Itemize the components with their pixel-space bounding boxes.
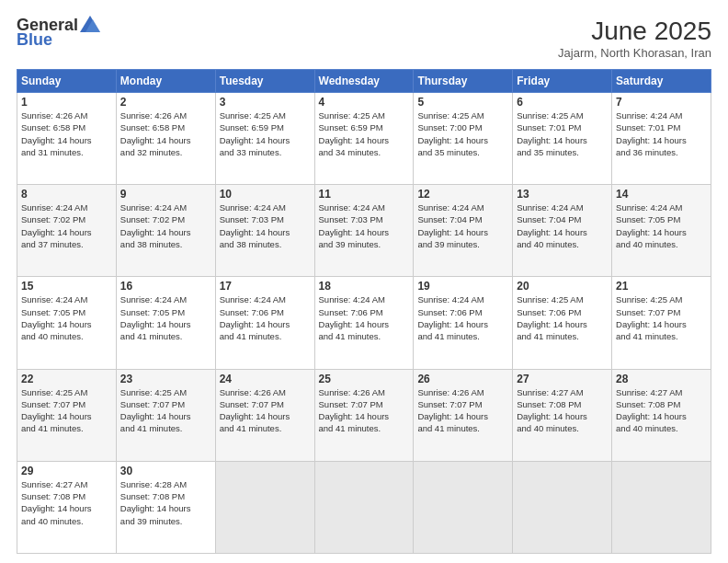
calendar-day-23: 23Sunrise: 4:25 AMSunset: 7:07 PMDayligh… bbox=[116, 369, 215, 461]
calendar-week-2: 8Sunrise: 4:24 AMSunset: 7:02 PMDaylight… bbox=[17, 185, 711, 277]
day-info: Sunrise: 4:28 AMSunset: 7:08 PMDaylight:… bbox=[120, 478, 211, 527]
calendar-day-7: 7Sunrise: 4:24 AMSunset: 7:01 PMDaylight… bbox=[612, 93, 711, 185]
day-info: Sunrise: 4:26 AMSunset: 6:58 PMDaylight:… bbox=[21, 109, 112, 158]
page: General Blue June 2025 Jajarm, North Kho… bbox=[0, 0, 728, 563]
calendar-day-25: 25Sunrise: 4:26 AMSunset: 7:07 PMDayligh… bbox=[314, 369, 414, 461]
weekday-header-wednesday: Wednesday bbox=[314, 70, 414, 93]
day-info: Sunrise: 4:24 AMSunset: 7:04 PMDaylight:… bbox=[517, 201, 608, 250]
weekday-header-saturday: Saturday bbox=[612, 70, 711, 93]
day-number: 12 bbox=[417, 188, 508, 201]
day-info: Sunrise: 4:26 AMSunset: 7:07 PMDaylight:… bbox=[319, 386, 410, 435]
calendar-day-29: 29Sunrise: 4:27 AMSunset: 7:08 PMDayligh… bbox=[17, 461, 117, 553]
calendar-day-empty bbox=[612, 461, 711, 553]
day-number: 8 bbox=[21, 188, 112, 201]
logo-icon bbox=[80, 16, 100, 32]
calendar-day-2: 2Sunrise: 4:26 AMSunset: 6:58 PMDaylight… bbox=[116, 93, 215, 185]
day-info: Sunrise: 4:24 AMSunset: 7:02 PMDaylight:… bbox=[21, 201, 112, 250]
day-number: 30 bbox=[120, 465, 211, 477]
location: Jajarm, North Khorasan, Iran bbox=[558, 46, 711, 60]
calendar-header-row: SundayMondayTuesdayWednesdayThursdayFrid… bbox=[17, 70, 711, 93]
day-info: Sunrise: 4:26 AMSunset: 7:07 PMDaylight:… bbox=[417, 386, 508, 435]
day-number: 3 bbox=[220, 96, 311, 109]
calendar-week-4: 22Sunrise: 4:25 AMSunset: 7:07 PMDayligh… bbox=[17, 369, 711, 461]
day-number: 24 bbox=[220, 373, 311, 385]
day-number: 2 bbox=[120, 96, 211, 109]
calendar-day-13: 13Sunrise: 4:24 AMSunset: 7:04 PMDayligh… bbox=[513, 185, 612, 277]
day-number: 22 bbox=[21, 373, 112, 385]
weekday-header-monday: Monday bbox=[116, 70, 215, 93]
day-number: 9 bbox=[120, 188, 211, 201]
calendar-day-9: 9Sunrise: 4:24 AMSunset: 7:02 PMDaylight… bbox=[116, 185, 215, 277]
day-info: Sunrise: 4:25 AMSunset: 7:07 PMDaylight:… bbox=[21, 386, 112, 435]
calendar-day-26: 26Sunrise: 4:26 AMSunset: 7:07 PMDayligh… bbox=[414, 369, 513, 461]
day-info: Sunrise: 4:24 AMSunset: 7:01 PMDaylight:… bbox=[616, 109, 707, 158]
calendar-day-empty bbox=[513, 461, 612, 553]
day-number: 17 bbox=[220, 280, 311, 293]
day-number: 10 bbox=[220, 188, 311, 201]
day-info: Sunrise: 4:25 AMSunset: 7:07 PMDaylight:… bbox=[616, 293, 707, 342]
day-number: 1 bbox=[21, 96, 112, 109]
day-info: Sunrise: 4:24 AMSunset: 7:03 PMDaylight:… bbox=[220, 201, 311, 250]
calendar-week-3: 15Sunrise: 4:24 AMSunset: 7:05 PMDayligh… bbox=[17, 277, 711, 369]
day-info: Sunrise: 4:24 AMSunset: 7:05 PMDaylight:… bbox=[21, 293, 112, 342]
day-number: 13 bbox=[517, 188, 608, 201]
day-info: Sunrise: 4:27 AMSunset: 7:08 PMDaylight:… bbox=[616, 386, 707, 435]
calendar-day-8: 8Sunrise: 4:24 AMSunset: 7:02 PMDaylight… bbox=[17, 185, 117, 277]
day-info: Sunrise: 4:24 AMSunset: 7:06 PMDaylight:… bbox=[220, 293, 311, 342]
day-info: Sunrise: 4:25 AMSunset: 7:01 PMDaylight:… bbox=[517, 109, 608, 158]
calendar-day-17: 17Sunrise: 4:24 AMSunset: 7:06 PMDayligh… bbox=[215, 277, 314, 369]
day-info: Sunrise: 4:27 AMSunset: 7:08 PMDaylight:… bbox=[21, 478, 112, 527]
day-number: 7 bbox=[616, 96, 707, 109]
weekday-header-friday: Friday bbox=[513, 70, 612, 93]
calendar-day-14: 14Sunrise: 4:24 AMSunset: 7:05 PMDayligh… bbox=[612, 185, 711, 277]
calendar-day-empty bbox=[314, 461, 414, 553]
calendar-day-16: 16Sunrise: 4:24 AMSunset: 7:05 PMDayligh… bbox=[116, 277, 215, 369]
weekday-header-sunday: Sunday bbox=[17, 70, 117, 93]
weekday-header-thursday: Thursday bbox=[414, 70, 513, 93]
day-info: Sunrise: 4:24 AMSunset: 7:06 PMDaylight:… bbox=[319, 293, 410, 342]
day-number: 14 bbox=[616, 188, 707, 201]
day-number: 4 bbox=[319, 96, 410, 109]
calendar-day-1: 1Sunrise: 4:26 AMSunset: 6:58 PMDaylight… bbox=[17, 93, 117, 185]
calendar-day-20: 20Sunrise: 4:25 AMSunset: 7:06 PMDayligh… bbox=[513, 277, 612, 369]
day-number: 19 bbox=[417, 280, 508, 293]
calendar-day-18: 18Sunrise: 4:24 AMSunset: 7:06 PMDayligh… bbox=[314, 277, 414, 369]
month-year: June 2025 bbox=[558, 17, 711, 46]
day-number: 21 bbox=[616, 280, 707, 293]
day-info: Sunrise: 4:25 AMSunset: 7:07 PMDaylight:… bbox=[120, 386, 211, 435]
day-info: Sunrise: 4:24 AMSunset: 7:03 PMDaylight:… bbox=[319, 201, 410, 250]
calendar-day-10: 10Sunrise: 4:24 AMSunset: 7:03 PMDayligh… bbox=[215, 185, 314, 277]
calendar-day-28: 28Sunrise: 4:27 AMSunset: 7:08 PMDayligh… bbox=[612, 369, 711, 461]
calendar-day-27: 27Sunrise: 4:27 AMSunset: 7:08 PMDayligh… bbox=[513, 369, 612, 461]
calendar-day-6: 6Sunrise: 4:25 AMSunset: 7:01 PMDaylight… bbox=[513, 93, 612, 185]
day-number: 26 bbox=[417, 373, 508, 385]
day-number: 27 bbox=[517, 373, 608, 385]
day-info: Sunrise: 4:24 AMSunset: 7:06 PMDaylight:… bbox=[417, 293, 508, 342]
calendar-day-15: 15Sunrise: 4:24 AMSunset: 7:05 PMDayligh… bbox=[17, 277, 117, 369]
day-number: 18 bbox=[319, 280, 410, 293]
calendar-day-3: 3Sunrise: 4:25 AMSunset: 6:59 PMDaylight… bbox=[215, 93, 314, 185]
day-number: 23 bbox=[120, 373, 211, 385]
day-info: Sunrise: 4:27 AMSunset: 7:08 PMDaylight:… bbox=[517, 386, 608, 435]
day-info: Sunrise: 4:25 AMSunset: 7:00 PMDaylight:… bbox=[417, 109, 508, 158]
day-info: Sunrise: 4:26 AMSunset: 7:07 PMDaylight:… bbox=[220, 386, 311, 435]
logo-blue-text: Blue bbox=[17, 31, 52, 48]
day-number: 6 bbox=[517, 96, 608, 109]
calendar-table: SundayMondayTuesdayWednesdayThursdayFrid… bbox=[17, 69, 711, 554]
day-info: Sunrise: 4:24 AMSunset: 7:04 PMDaylight:… bbox=[417, 201, 508, 250]
day-info: Sunrise: 4:26 AMSunset: 6:58 PMDaylight:… bbox=[120, 109, 211, 158]
calendar-day-19: 19Sunrise: 4:24 AMSunset: 7:06 PMDayligh… bbox=[414, 277, 513, 369]
day-number: 25 bbox=[319, 373, 410, 385]
header: General Blue June 2025 Jajarm, North Kho… bbox=[17, 17, 711, 60]
calendar-day-22: 22Sunrise: 4:25 AMSunset: 7:07 PMDayligh… bbox=[17, 369, 117, 461]
calendar-day-5: 5Sunrise: 4:25 AMSunset: 7:00 PMDaylight… bbox=[414, 93, 513, 185]
day-number: 16 bbox=[120, 280, 211, 293]
calendar-day-11: 11Sunrise: 4:24 AMSunset: 7:03 PMDayligh… bbox=[314, 185, 414, 277]
title-block: June 2025 Jajarm, North Khorasan, Iran bbox=[558, 17, 711, 60]
calendar-day-30: 30Sunrise: 4:28 AMSunset: 7:08 PMDayligh… bbox=[116, 461, 215, 553]
calendar-day-12: 12Sunrise: 4:24 AMSunset: 7:04 PMDayligh… bbox=[414, 185, 513, 277]
day-info: Sunrise: 4:25 AMSunset: 6:59 PMDaylight:… bbox=[319, 109, 410, 158]
day-info: Sunrise: 4:24 AMSunset: 7:02 PMDaylight:… bbox=[120, 201, 211, 250]
day-number: 28 bbox=[616, 373, 707, 385]
day-number: 15 bbox=[21, 280, 112, 293]
